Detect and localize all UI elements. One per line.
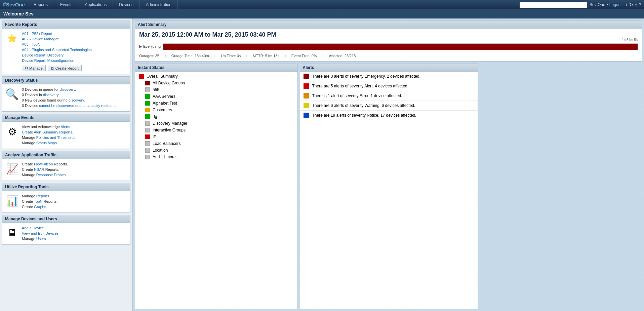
status-item-all-device-groups[interactable]: All Device Groups <box>135 80 297 86</box>
status-dot-load-balancers <box>145 141 150 146</box>
fav-report-link-5[interactable]: Device Report: Misconfiguration <box>22 59 74 63</box>
list-item: Device Report: Misconfiguration <box>22 58 127 63</box>
list-item: Manage Status Maps. <box>22 141 127 145</box>
status-item-overall[interactable]: Overall Summary <box>135 73 297 80</box>
status-item-load-balancers[interactable]: Load Balancers <box>135 140 297 147</box>
policies-link[interactable]: Policies and Thresholds <box>36 135 76 140</box>
nav-plus-icon[interactable]: + <box>625 2 628 7</box>
server-icon: 🖥 <box>5 226 19 240</box>
devices-links: Add a Device. View and Edit Devices Mana… <box>22 226 127 242</box>
fav-report-link-4[interactable]: Device Report: Discovery <box>22 53 64 57</box>
chart-icon: 📈 <box>5 162 19 176</box>
nav-reports[interactable]: Reports <box>28 0 54 9</box>
alert-item-alert: There are 5 alerts of severity Alert. 4 … <box>300 81 478 91</box>
star-icon: ⭐ <box>5 31 19 45</box>
status-item-interactive-groups[interactable]: Interactive Groups <box>135 127 297 133</box>
status-list: Overall Summary All Device Groups 555 AA… <box>135 72 297 162</box>
nav-logout[interactable]: Logout <box>609 2 622 7</box>
status-dot-aaa-servers <box>145 94 150 99</box>
list-item: 0 New devices found during discovery. <box>22 98 127 103</box>
disc-line-1-prefix: 0 Devices in <box>22 93 43 97</box>
logo[interactable]: # SevOne <box>0 1 28 8</box>
disc-link-0[interactable]: discovery <box>60 87 75 91</box>
search-input[interactable] <box>520 2 587 8</box>
welcome-bar: Welcome Sev <box>0 9 644 18</box>
status-label-overall: Overall Summary <box>147 74 178 79</box>
status-item-discovery-manager[interactable]: Discovery Manager <box>135 120 297 127</box>
status-item-customers[interactable]: Customers <box>135 107 297 113</box>
list-item: Create Alert Summary Reports. <box>22 130 127 134</box>
graphs-link[interactable]: Graphs <box>34 205 46 209</box>
status-item-alphabet-test[interactable]: Alphabet Test <box>135 100 297 107</box>
status-maps-link[interactable]: Status Maps <box>36 141 57 145</box>
status-dot-more <box>145 155 150 159</box>
timeline-label[interactable]: ▶ Everything <box>139 44 161 49</box>
favorite-reports-header: Favorite Reports <box>2 21 130 29</box>
disc-link-3[interactable]: cannot be discovered due to capacity res… <box>39 104 116 108</box>
status-label-interactive-groups: Interactive Groups <box>153 128 186 132</box>
status-label-ip: IP <box>153 134 156 139</box>
disc-link-1[interactable]: discovery <box>43 93 58 97</box>
status-item-location[interactable]: Location <box>135 147 297 154</box>
nav-applications[interactable]: Applications <box>79 0 113 9</box>
alert-summary-reports-link[interactable]: Create Alert Summary Reports <box>22 130 72 134</box>
list-item: A01 - P52x Report <box>22 31 127 36</box>
manage-events-section: Manage Events ⚙ View and Acknowledge Ale… <box>2 114 130 149</box>
list-item: Create FlowFalcon Reports. <box>22 162 127 166</box>
timeline-bar-container: 1h 34m 5s <box>163 43 638 50</box>
status-dot-555 <box>145 87 150 92</box>
stat-event-free: Event Free: 0% <box>291 54 317 58</box>
status-item-555[interactable]: 555 <box>135 86 297 93</box>
response-probes-link[interactable]: Response Probes <box>36 173 66 177</box>
alerts-list: There are 3 alerts of severity Emergency… <box>300 72 478 120</box>
reports-link[interactable]: Reports <box>36 194 49 198</box>
create-report-button[interactable]: 🗒 Create Report <box>48 65 82 71</box>
events-links: View and Acknowledge Alerts Create Alert… <box>22 124 127 146</box>
disc-line-2-prefix: 0 New devices found during <box>22 98 69 102</box>
list-item: Create TopN Reports. <box>22 199 127 204</box>
timeline-bar <box>163 44 638 50</box>
analyze-traffic-section: Analyze Application Traffic 📈 Create Flo… <box>2 151 130 181</box>
status-item-ip[interactable]: IP <box>135 133 297 140</box>
alert-chart-area: ▶ Everything 1h 34m 5s Outages: 35 • Out… <box>135 40 642 61</box>
fav-report-link-3[interactable]: A04 - Plugins and Supported Technologies <box>22 48 92 52</box>
nav-administration[interactable]: Administration <box>140 0 178 9</box>
favorite-reports-icon: ⭐ <box>5 31 19 45</box>
status-label-dg: dg <box>153 114 157 119</box>
nav-refresh-icon[interactable]: ↻ <box>629 2 633 7</box>
fav-report-link-1[interactable]: A02 - Device Manager <box>22 37 58 41</box>
nav-events[interactable]: Events <box>54 0 79 9</box>
analyze-traffic-body: 📈 Create FlowFalcon Reports. Create NBAR… <box>2 159 130 181</box>
disc-link-2[interactable]: discovery <box>69 98 84 102</box>
stat-outages: Outages: 35 <box>139 54 159 58</box>
add-device-link[interactable]: Add a Device <box>22 226 44 230</box>
notice-color-box <box>304 113 309 118</box>
status-item-more[interactable]: And 11 more... <box>135 154 297 160</box>
list-item: View and Edit Devices <box>22 231 127 236</box>
pie-chart-icon: 📊 <box>5 194 19 208</box>
topn-link[interactable]: TopN <box>34 199 43 203</box>
list-item: Manage Policies and Thresholds. <box>22 135 127 140</box>
alerts-link[interactable]: Alerts <box>61 125 70 129</box>
welcome-text: Welcome Sev <box>3 11 34 16</box>
main-content: Favorite Reports ⭐ A01 - P52x Report A02… <box>0 18 644 311</box>
favorite-reports-body: ⭐ A01 - P52x Report A02 - Device Manager… <box>2 29 130 74</box>
nav-help-icon[interactable]: ? <box>639 2 641 7</box>
discovery-status-section: Discovery Status 🔍 0 Devices in queue fo… <box>2 76 130 112</box>
status-item-aaa-servers[interactable]: AAA Servers <box>135 93 297 100</box>
status-dot-customers <box>145 108 150 112</box>
fav-report-link-2[interactable]: A03 - TopN <box>22 42 40 46</box>
nbar-link[interactable]: NBAR <box>34 167 44 171</box>
discovery-status-body: 🔍 0 Devices in queue for discovery. 0 De… <box>2 84 130 111</box>
users-link[interactable]: Users <box>36 237 46 241</box>
reporting-icon: 📊 <box>5 194 19 208</box>
nav-home-icon[interactable]: ⌂ <box>635 2 637 7</box>
top-navigation: # SevOne Reports Events Applications Dev… <box>0 0 644 9</box>
disc-line-3-prefix: 0 Devices <box>22 104 39 108</box>
view-edit-devices-link[interactable]: View and Edit Devices <box>22 231 58 235</box>
status-item-dg[interactable]: dg <box>135 113 297 120</box>
flowfalcon-link[interactable]: FlowFalcon <box>34 162 53 166</box>
fav-report-link-0[interactable]: A01 - P52x Report <box>22 32 52 36</box>
nav-devices[interactable]: Devices <box>113 0 140 9</box>
manage-button[interactable]: ⚙ Manage <box>22 65 46 71</box>
